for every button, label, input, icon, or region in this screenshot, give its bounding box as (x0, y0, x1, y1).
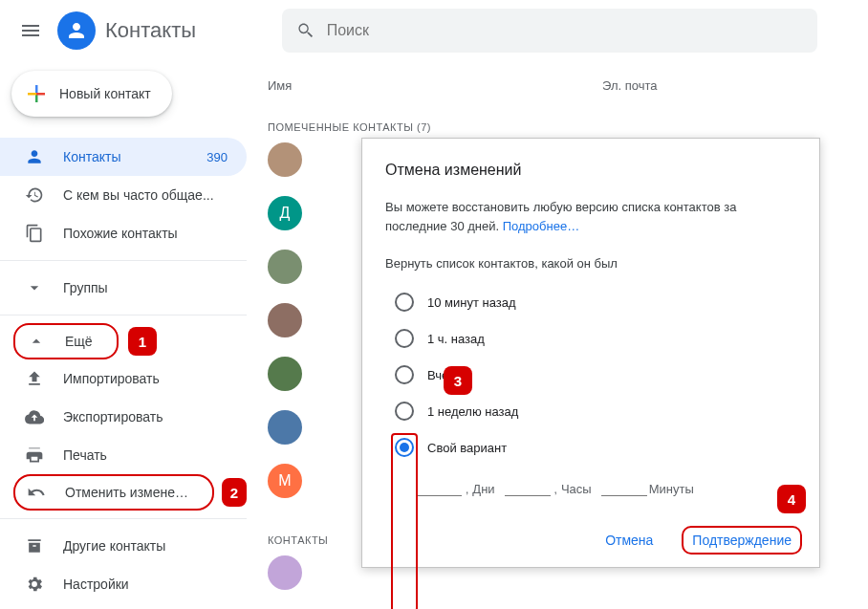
annotation-4: 4 (777, 485, 806, 513)
plus-icon (25, 82, 48, 105)
print-icon (25, 446, 44, 465)
nav-frequent[interactable]: С кем вы часто общае... (0, 176, 247, 214)
nav-label: Импортировать (63, 371, 228, 386)
person-icon (65, 19, 88, 42)
sidebar: Новый контакт Контакты 390 С кем вы част… (0, 61, 247, 609)
annotation-2: 2 (222, 478, 247, 507)
nav-label: Контакты (63, 149, 206, 164)
hours-label: Часы (561, 482, 592, 496)
contact-avatar[interactable]: Д (268, 196, 302, 230)
contact-avatar[interactable] (268, 303, 302, 337)
nav-label: Похожие контакты (63, 226, 228, 241)
nav-label: Отменить изменения (65, 485, 193, 500)
contact-avatar[interactable] (268, 357, 302, 391)
dialog-subtitle: Вернуть список контактов, какой он был (385, 256, 796, 271)
annotation-3: 3 (444, 366, 472, 395)
nav-similar[interactable]: Похожие контакты (0, 214, 247, 252)
history-icon (25, 185, 44, 205)
divider (0, 315, 247, 315)
contact-avatar[interactable] (268, 555, 302, 590)
minutes-label: Минуты (649, 482, 694, 496)
nav-print[interactable]: Печать (0, 436, 247, 474)
radio-label: 10 минут назад (427, 295, 516, 310)
cloud-upload-icon (25, 407, 44, 426)
nav-import[interactable]: Импортировать (0, 359, 247, 398)
nav-export[interactable]: Экспортировать (0, 398, 247, 436)
search-input[interactable] (327, 22, 804, 39)
radio-button[interactable] (395, 365, 414, 384)
radio-option[interactable]: 1 ч. назад (385, 320, 796, 357)
new-contact-label: Новый контакт (59, 86, 151, 101)
person-icon (25, 147, 44, 166)
contacts-count: 390 (206, 150, 228, 164)
svg-rect-2 (28, 93, 36, 96)
nav-label: Экспортировать (63, 409, 228, 424)
archive-icon (25, 536, 44, 555)
divider (0, 518, 247, 519)
divider (0, 260, 247, 261)
search-bar[interactable] (282, 9, 817, 53)
search-icon (295, 20, 315, 41)
nav-undo-changes[interactable]: Отменить изменения (13, 474, 214, 511)
menu-button[interactable] (8, 8, 54, 54)
nav-label: С кем вы часто общае... (63, 187, 228, 203)
dialog-title: Отмена изменений (385, 162, 796, 179)
radio-option[interactable]: 1 неделю назад (385, 393, 796, 429)
svg-rect-3 (36, 93, 45, 96)
section-starred: ПОМЕЧЕННЫЕ КОНТАКТЫ (7) (268, 104, 860, 142)
nav-label: Настройки (63, 576, 228, 592)
column-name: Имя (268, 78, 602, 93)
hamburger-icon (19, 19, 42, 42)
undo-icon (27, 483, 46, 502)
chevron-up-icon (27, 332, 46, 351)
radio-button[interactable] (395, 329, 414, 348)
minutes-input[interactable] (601, 479, 647, 496)
radio-label: Свой вариант (427, 441, 507, 455)
nav-more[interactable]: Ещё (13, 323, 119, 359)
svg-rect-0 (35, 85, 38, 94)
annotation-1: 1 (128, 327, 157, 356)
nav-other-contacts[interactable]: Другие контакты (0, 527, 247, 565)
hours-input[interactable] (505, 479, 551, 496)
days-input[interactable] (416, 479, 462, 496)
nav-label: Группы (63, 280, 228, 295)
contact-avatar[interactable]: М (268, 464, 302, 498)
nav-label: Другие контакты (63, 538, 228, 554)
radio-label: 1 неделю назад (427, 404, 518, 419)
radio-option[interactable]: 10 минут назад (385, 284, 796, 320)
custom-time-inputs: ,Дни ,Часы Минуты (416, 479, 796, 496)
nav-contacts[interactable]: Контакты 390 (0, 138, 247, 176)
radio-button[interactable] (395, 293, 414, 312)
undo-changes-dialog: Отмена изменений Вы можете восстановить … (361, 138, 820, 568)
nav-groups[interactable]: Группы (0, 269, 247, 307)
confirm-button[interactable]: Подтверждение (682, 526, 802, 555)
copy-icon (25, 224, 44, 243)
radio-option[interactable]: Свой вариант (385, 429, 796, 466)
radio-button[interactable] (395, 402, 414, 421)
days-label: Дни (472, 482, 494, 496)
upload-icon (25, 369, 44, 388)
radio-label: 1 ч. назад (427, 332, 485, 346)
column-email: Эл. почта (602, 78, 658, 93)
contact-avatar[interactable] (268, 410, 302, 445)
contact-avatar[interactable] (268, 250, 302, 284)
app-logo (57, 11, 96, 50)
app-title: Контакты (105, 18, 196, 43)
nav-settings[interactable]: Настройки (0, 565, 247, 603)
nav-label: Печать (63, 447, 228, 463)
annotation-box-3 (391, 433, 418, 609)
cancel-button[interactable]: Отмена (596, 525, 662, 555)
learn-more-link[interactable]: Подробнее… (503, 219, 579, 233)
new-contact-button[interactable]: Новый контакт (11, 71, 172, 117)
nav-label: Ещё (65, 334, 98, 349)
chevron-down-icon (25, 278, 44, 297)
contact-avatar[interactable] (268, 142, 302, 177)
dialog-description: Вы можете восстановить любую версию спис… (385, 198, 796, 235)
gear-icon (25, 575, 44, 594)
